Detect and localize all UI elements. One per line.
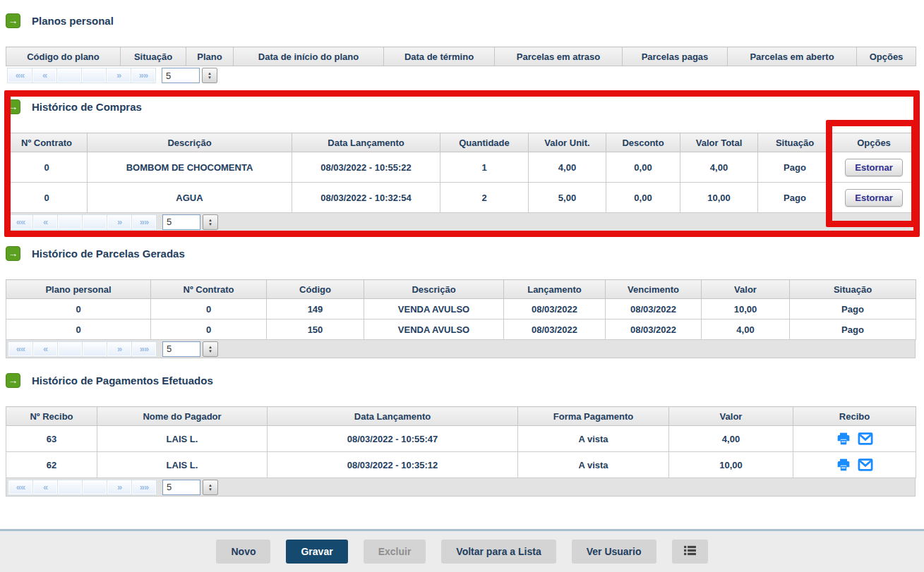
column-header: Código do plano [6, 47, 121, 66]
pager-last-button[interactable]: »» [131, 68, 155, 83]
planos-table: Código do planoSituaçãoPlanoData de iníc… [6, 47, 916, 66]
column-header: Nº Contrato [151, 280, 267, 299]
pager-slot[interactable] [83, 342, 107, 356]
column-header: Nº Contrato [6, 133, 88, 152]
pager-cells: «««»»» [8, 480, 157, 494]
page-size-input[interactable] [162, 68, 200, 83]
column-header: Nº Recibo [6, 407, 97, 426]
pager-prev-button[interactable]: « [33, 342, 57, 356]
email-receipt-icon[interactable] [858, 432, 873, 446]
column-header: Valor Total [680, 133, 758, 152]
footer-toolbar: NovoGravarExcluirVoltar para a ListaVer … [0, 529, 924, 572]
section-header: →Histórico de Compras [6, 99, 924, 114]
page-size-spinner[interactable]: ▲▼ [203, 214, 218, 230]
page-size-input[interactable] [162, 214, 200, 230]
column-header: Valor Unit. [529, 133, 606, 152]
header-row: Nº ReciboNome do PagadorData LançamentoF… [6, 407, 916, 426]
pager-first-button[interactable]: «« [8, 480, 32, 494]
pager: «««»»»▲▼ [6, 478, 916, 497]
pager-next-button[interactable]: » [107, 68, 131, 83]
table-row: 0BOMBOM DE CHOCOMENTA08/03/2022 - 10:55:… [6, 152, 916, 183]
novo-button[interactable]: Novo [216, 540, 270, 564]
section-title: Histórico de Pagamentos Efetuados [32, 375, 213, 387]
pager-slot[interactable] [57, 68, 81, 83]
print-receipt-icon[interactable] [836, 458, 851, 472]
pager-slot[interactable] [58, 215, 82, 229]
spinner-down-icon[interactable]: ▼ [208, 75, 212, 80]
pager-last-button[interactable]: »» [132, 215, 156, 229]
pager-slot[interactable] [83, 480, 107, 494]
column-header: Parcelas pagas [623, 47, 728, 66]
section-title: Histórico de Compras [32, 101, 142, 113]
pager: «««»»»▲▼ [6, 66, 916, 85]
table-cell: 5,00 [529, 183, 606, 213]
pager-prev-button[interactable]: « [33, 215, 57, 229]
page-size-input[interactable] [162, 480, 200, 495]
table-cell: 08/03/2022 [606, 299, 702, 320]
pager-slot[interactable] [58, 342, 82, 356]
table-cell: 1 [440, 152, 529, 183]
pager-last-button[interactable]: »» [132, 342, 156, 356]
gravar-button[interactable]: Gravar [286, 540, 347, 564]
table-cell: Pago [758, 183, 832, 213]
page-size-spinner[interactable]: ▲▼ [203, 480, 218, 495]
table-row: 00149VENDA AVULSO08/03/202208/03/202210,… [6, 299, 916, 320]
pager-last-button[interactable]: »» [132, 480, 156, 494]
table-cell: 0 [6, 152, 88, 183]
page-size-input[interactable] [162, 341, 200, 357]
page-size-spinner[interactable]: ▲▼ [202, 68, 217, 83]
table-cell: LAIS L. [97, 452, 268, 478]
header-row: Nº ContratoDescriçãoData LançamentoQuant… [6, 133, 916, 152]
pager-prev-button[interactable]: « [32, 68, 56, 83]
pager-next-button[interactable]: » [107, 342, 131, 356]
print-receipt-icon[interactable] [836, 432, 851, 446]
table-cell: 10,00 [669, 452, 793, 478]
excluir-button[interactable]: Excluir [364, 540, 426, 564]
table-cell: 10,00 [702, 299, 790, 320]
estornar-button[interactable]: Estornar [845, 189, 902, 207]
column-header: Descrição [364, 280, 504, 299]
pager-cells: «««»»» [8, 342, 157, 356]
pager-first-button[interactable]: «« [8, 215, 32, 229]
table-cell: 4,00 [669, 426, 793, 452]
pager: «««»»»▲▼ [6, 340, 916, 358]
column-header: Data de início do plano [234, 47, 384, 66]
table-cell: LAIS L. [97, 426, 268, 452]
sections-container: →Planos personalCódigo do planoSituaçãoP… [0, 13, 924, 497]
column-header: Quantidade [440, 133, 529, 152]
spinner-down-icon[interactable]: ▼ [208, 487, 212, 492]
table-cell: 08/03/2022 [606, 320, 702, 340]
spinner-down-icon[interactable]: ▼ [208, 349, 212, 353]
section-title: Planos personal [32, 15, 114, 27]
pager-prev-button[interactable]: « [33, 480, 57, 494]
table-cell: 08/03/2022 - 10:55:22 [292, 152, 440, 183]
column-header: Situação [758, 133, 832, 152]
column-header: Nome do Pagador [97, 407, 268, 426]
table-cell: 0 [6, 299, 151, 320]
section-pagamentos: →Histórico de Pagamentos EfetuadosNº Rec… [6, 372, 924, 497]
pager-slot[interactable] [82, 68, 106, 83]
table-cell: 0 [6, 320, 151, 340]
green-arrow-icon[interactable]: → [6, 99, 20, 114]
pager-first-button[interactable]: «« [8, 68, 32, 83]
column-header: Data de término [384, 47, 495, 66]
pager-first-button[interactable]: «« [8, 342, 32, 356]
pager-next-button[interactable]: » [107, 480, 131, 494]
list-icon [683, 545, 697, 558]
green-arrow-icon[interactable]: → [6, 246, 20, 261]
list-view-button[interactable] [672, 540, 708, 564]
pager-slot[interactable] [83, 215, 107, 229]
column-header: Valor [669, 407, 793, 426]
table-cell: 08/03/2022 [504, 299, 606, 320]
page-size-spinner[interactable]: ▲▼ [203, 341, 218, 357]
green-arrow-icon[interactable]: → [6, 13, 20, 28]
spinner-down-icon[interactable]: ▼ [208, 222, 212, 226]
pager-next-button[interactable]: » [107, 215, 131, 229]
section-parcelas: →Histórico de Parcelas GeradasPlano pers… [6, 245, 924, 358]
green-arrow-icon[interactable]: → [6, 373, 20, 388]
estornar-button[interactable]: Estornar [845, 159, 902, 176]
voltar-para-a-lista-button[interactable]: Voltar para a Lista [441, 540, 556, 564]
ver-usuario-button[interactable]: Ver Usuario [572, 540, 656, 564]
pager-slot[interactable] [58, 480, 82, 494]
email-receipt-icon[interactable] [858, 458, 873, 472]
